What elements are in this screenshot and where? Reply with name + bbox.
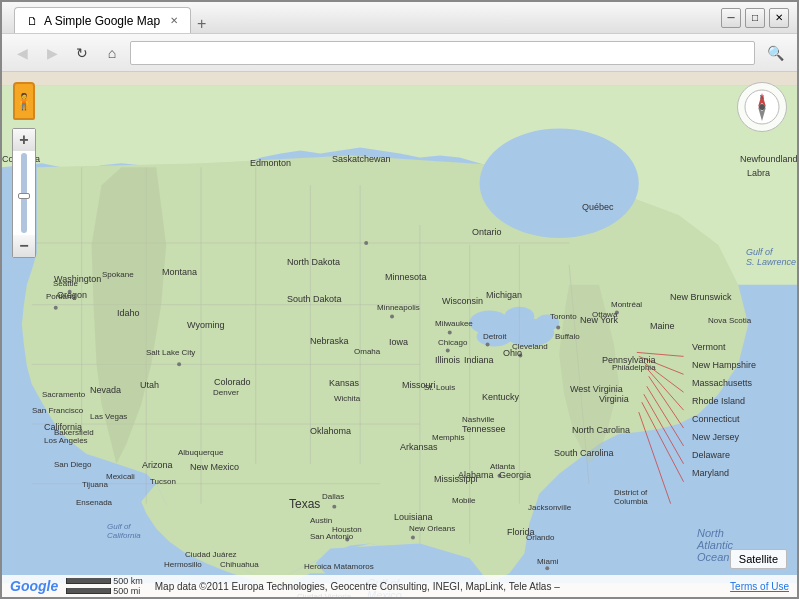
search-button[interactable]: 🔍 [761, 41, 789, 65]
svg-point-44 [364, 241, 368, 245]
zoom-in-button[interactable]: + [13, 129, 35, 151]
compass-button[interactable]: N [737, 82, 787, 132]
attribution-text: Map data ©2011 Europa Technologies, Geoc… [155, 581, 726, 592]
svg-point-38 [448, 331, 452, 335]
pegman-button[interactable]: 🧍 [13, 82, 35, 120]
scale-km-line: 500 km [66, 576, 143, 586]
svg-point-36 [518, 353, 522, 357]
google-logo: Google [10, 578, 58, 594]
svg-point-40 [345, 537, 349, 541]
scale-km-label: 500 km [113, 576, 143, 586]
svg-point-39 [332, 505, 336, 509]
zoom-out-button[interactable]: − [13, 235, 35, 257]
zoom-slider-thumb [18, 193, 30, 199]
zoom-controls: + − [12, 128, 36, 258]
svg-text:N: N [760, 94, 764, 100]
tab-area: 🗋 A Simple Google Map ✕ + [14, 2, 212, 33]
scale-bar: 500 km 500 mi [66, 576, 143, 596]
tab-icon: 🗋 [27, 15, 38, 27]
satellite-button[interactable]: Satellite [730, 549, 787, 569]
svg-point-42 [498, 474, 502, 478]
scale-mi-label: 500 mi [113, 586, 140, 596]
map-svg [2, 72, 797, 597]
map-attribution-bar: Google 500 km 500 mi Map data ©2011 Euro… [2, 575, 797, 597]
maximize-button[interactable]: □ [745, 8, 765, 28]
svg-point-5 [477, 327, 513, 347]
window-controls: ─ □ ✕ [721, 8, 789, 28]
scale-mi-line: 500 mi [66, 586, 143, 596]
title-bar: 🗋 A Simple Google Map ✕ + ─ □ ✕ [2, 2, 797, 34]
tab-title: A Simple Google Map [44, 14, 160, 28]
home-button[interactable]: ⌂ [100, 41, 124, 65]
svg-point-34 [446, 348, 450, 352]
svg-point-45 [615, 311, 619, 315]
close-button[interactable]: ✕ [769, 8, 789, 28]
svg-point-46 [556, 326, 560, 330]
refresh-button[interactable]: ↻ [70, 41, 94, 65]
forward-button[interactable]: ▶ [40, 41, 64, 65]
browser-toolbar: ◀ ▶ ↻ ⌂ 🔍 [2, 34, 797, 72]
svg-point-43 [545, 566, 549, 570]
map-controls-left: 🧍 + − [12, 82, 36, 258]
nav-compass[interactable]: N [737, 82, 787, 132]
svg-point-31 [68, 290, 72, 294]
zoom-slider-track[interactable] [21, 153, 27, 233]
back-button[interactable]: ◀ [10, 41, 34, 65]
svg-point-37 [390, 315, 394, 319]
address-bar[interactable] [130, 41, 755, 65]
svg-point-32 [54, 306, 58, 310]
new-tab-button[interactable]: + [191, 15, 212, 33]
svg-point-4 [504, 319, 554, 347]
svg-point-50 [759, 104, 765, 110]
terms-of-use-link[interactable]: Terms of Use [730, 581, 789, 592]
svg-point-33 [177, 362, 181, 366]
tab-close-btn[interactable]: ✕ [170, 15, 178, 26]
svg-point-6 [480, 129, 639, 238]
scale-mi-ruler [66, 588, 111, 594]
minimize-button[interactable]: ─ [721, 8, 741, 28]
map-container[interactable]: Columbia Edmonton Saskatchewan Ontario Q… [2, 72, 797, 597]
svg-point-35 [486, 342, 490, 346]
browser-tab[interactable]: 🗋 A Simple Google Map ✕ [14, 7, 191, 33]
window-frame: 🗋 A Simple Google Map ✕ + ─ □ ✕ ◀ ▶ ↻ ⌂ … [0, 0, 799, 599]
scale-km-ruler [66, 578, 111, 584]
svg-point-41 [411, 535, 415, 539]
